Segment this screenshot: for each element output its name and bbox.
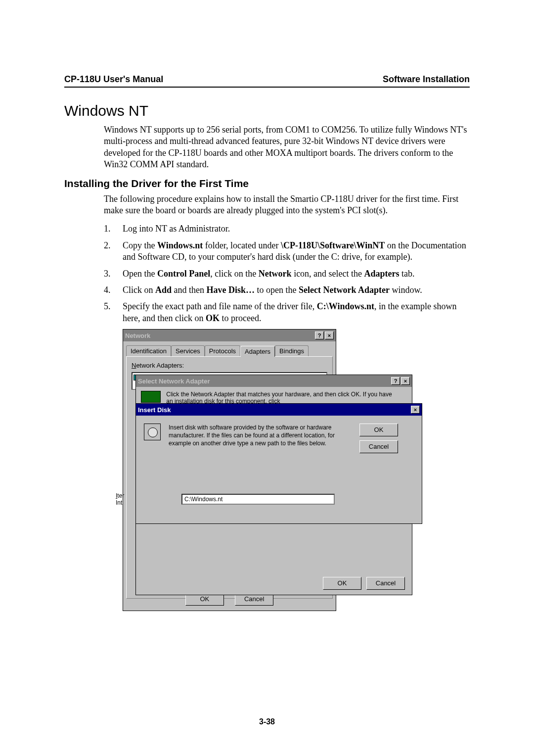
insert-disk-ok-button[interactable]: OK [359,424,398,436]
tab-services[interactable]: Services [171,345,205,356]
insert-disk-cancel-button[interactable]: Cancel [359,440,398,453]
network-adapters-label: Network Adapters: [132,362,327,369]
intro-paragraph: Windows NT supports up to 256 serial por… [104,124,470,171]
section-heading-windows-nt: Windows NT [64,102,470,119]
page-number: 3-38 [0,717,534,726]
screenshot-composite: Network ? × Identification Services Prot… [123,329,419,611]
close-icon[interactable]: × [325,331,334,339]
insert-disk-title: Insert Disk [138,406,171,414]
procedure-list: 1. Log into NT as Administrator. 2. Copy… [104,223,470,324]
step-text: Open the Control Panel, click on the Net… [123,268,415,280]
insert-disk-text: Insert disk with software provided by th… [169,424,352,453]
select-adapter-titlebar: Select Network Adapter ? × [136,375,412,387]
network-tabs: Identification Services Protocols Adapte… [126,345,333,356]
adapter-art-icon [141,391,161,403]
close-icon[interactable]: × [411,406,420,414]
select-adapter-instruction: Click the Network Adapter that matches y… [166,391,399,405]
subsection-heading-install-first-time: Installing the Driver for the First Time [64,178,470,189]
network-title: Network [125,332,150,339]
step-text: Specify the exact path and file name of … [123,301,470,324]
select-adapter-cancel-button[interactable]: Cancel [366,577,405,590]
tab-protocols[interactable]: Protocols [205,345,240,356]
step-number: 3. [104,268,123,280]
tab-adapters[interactable]: Adapters [240,346,275,357]
page-header: CP-118U User's Manual Software Installat… [64,74,470,88]
step-text: Log into NT as Administrator. [123,223,230,235]
step-number: 4. [104,284,123,296]
step-2: 2. Copy the Windows.nt folder, located u… [104,240,470,263]
step-number: 2. [104,240,123,251]
step-4: 4. Click on Add and then Have Disk… to o… [104,284,470,296]
procedure-intro-paragraph: The following procedure explains how to … [104,193,470,217]
network-titlebar: Network ? × [123,330,336,341]
step-1: 1. Log into NT as Administrator. [104,223,470,235]
header-left: CP-118U User's Manual [64,74,163,85]
step-text: Copy the Windows.nt folder, located unde… [123,240,470,263]
select-adapter-ok-button[interactable]: OK [323,577,361,590]
step-text: Click on Add and then Have Disk… to open… [123,284,422,296]
header-right: Software Installation [383,74,470,85]
step-number: 5. [104,301,123,312]
close-icon[interactable]: × [401,377,410,385]
truncated-labels: IIterter Int [116,492,124,507]
path-input[interactable] [181,494,335,505]
insert-disk-titlebar: Insert Disk × [136,404,422,416]
step-5: 5. Specify the exact path and file name … [104,301,470,324]
step-3: 3. Open the Control Panel, click on the … [104,268,470,280]
insert-disk-dialog: Insert Disk × Insert disk with software … [135,403,422,524]
step-number: 1. [104,223,123,235]
insert-disk-body: Insert disk with software provided by th… [136,416,422,461]
disk-icon [144,424,161,440]
select-adapter-title: Select Network Adapter [138,378,210,385]
tab-bindings[interactable]: Bindings [275,345,309,356]
help-icon[interactable]: ? [391,377,400,385]
tab-identification[interactable]: Identification [126,345,171,356]
help-icon[interactable]: ? [315,331,324,339]
